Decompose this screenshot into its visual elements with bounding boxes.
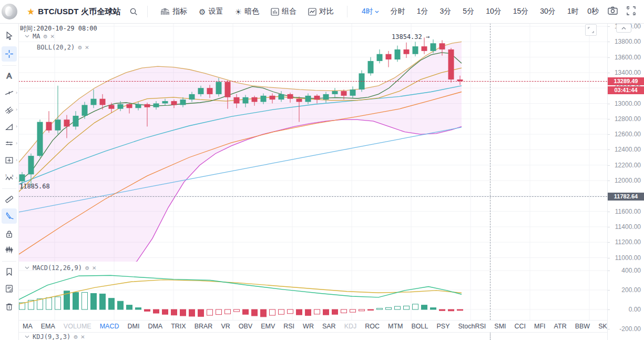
candle-body bbox=[82, 105, 88, 116]
axis-label: 400.00 bbox=[621, 267, 641, 274]
tab-stochrsi[interactable]: StochRSI bbox=[454, 323, 490, 330]
symbol-title[interactable]: BTC/USDT 火币全球站 bbox=[38, 7, 121, 17]
tool-brush[interactable] bbox=[2, 208, 17, 224]
timeframe-1分[interactable]: 1分 bbox=[411, 7, 434, 16]
macd-settings-icon[interactable]: ⚙ bbox=[85, 264, 89, 272]
chevron-down-icon[interactable] bbox=[25, 266, 29, 269]
tab-bbw[interactable]: BBW bbox=[571, 323, 594, 330]
tool-lock[interactable] bbox=[2, 226, 17, 242]
timeframe-3分[interactable]: 3分 bbox=[434, 7, 457, 16]
trading-chart-window: ★ BTC/USDT 火币全球站 指标 ⚙ 设置 ☀ 暗色 bbox=[0, 0, 644, 340]
crosshair-horizontal-line bbox=[18, 196, 607, 197]
tab-brar[interactable]: BRAR bbox=[190, 323, 217, 330]
tab-macd[interactable]: MACD bbox=[96, 323, 124, 330]
pitchfork-icon bbox=[4, 105, 14, 115]
macd-bar bbox=[118, 301, 124, 309]
tab-wr[interactable]: WR bbox=[299, 323, 318, 330]
candle-body bbox=[145, 104, 150, 107]
timeframe-5分[interactable]: 5分 bbox=[457, 7, 480, 16]
candle-body bbox=[386, 54, 392, 59]
macd-bar bbox=[234, 309, 240, 312]
tab-rsi[interactable]: RSI bbox=[279, 323, 299, 330]
macd-histogram bbox=[19, 291, 463, 317]
timeframe-15分[interactable]: 15分 bbox=[507, 7, 535, 16]
timeframe-1时[interactable]: 1时 bbox=[561, 7, 585, 16]
tool-order-note[interactable] bbox=[2, 281, 17, 296]
boll-close-icon[interactable]: × bbox=[85, 43, 89, 51]
chevron-down-icon[interactable] bbox=[25, 335, 29, 338]
tab-roc[interactable]: ROC bbox=[361, 323, 384, 330]
tab-dma[interactable]: DMA bbox=[144, 323, 167, 330]
candle-body bbox=[118, 104, 124, 109]
pane-maximize-button[interactable] bbox=[585, 24, 597, 36]
tab-mtm[interactable]: MTM bbox=[384, 323, 407, 330]
layout-button[interactable]: 组合 bbox=[271, 7, 297, 16]
chevron-down-icon[interactable] bbox=[25, 35, 29, 38]
timeframe-分时[interactable]: 分时 bbox=[385, 7, 411, 16]
tab-sar[interactable]: SAR bbox=[318, 323, 340, 330]
ma-close-icon[interactable]: × bbox=[50, 32, 55, 40]
macd-close-icon[interactable]: × bbox=[92, 264, 96, 272]
timeframe-10分[interactable]: 10分 bbox=[480, 7, 507, 16]
candle-body bbox=[377, 54, 383, 61]
settings-button[interactable]: ⚙ 设置 bbox=[199, 7, 223, 16]
main-candle-pane[interactable] bbox=[18, 23, 607, 262]
candle-body bbox=[448, 49, 454, 79]
layout-label: 组合 bbox=[282, 7, 297, 16]
price-axis[interactable]: 14000.0013800.0013600.0013400.0013200.00… bbox=[607, 23, 644, 340]
timeframe-30分[interactable]: 30分 bbox=[534, 7, 561, 16]
tool-crosshair[interactable] bbox=[2, 46, 17, 62]
tab-trix[interactable]: TRIX bbox=[167, 323, 190, 330]
svg-text:3: 3 bbox=[12, 174, 13, 177]
tab-kdj[interactable]: KDJ bbox=[340, 323, 361, 330]
tool-text[interactable]: A bbox=[2, 68, 17, 84]
axis-collapse-button[interactable] bbox=[616, 24, 631, 33]
tool-parallel-lines[interactable]: › bbox=[2, 136, 17, 151]
tool-rectangle[interactable]: › bbox=[2, 153, 17, 168]
tab-atr[interactable]: ATR bbox=[550, 323, 571, 330]
ma-settings-icon[interactable]: ⚙ bbox=[43, 33, 47, 40]
tab-cci[interactable]: CCI bbox=[510, 323, 530, 330]
tool-ruler[interactable] bbox=[2, 192, 17, 207]
candle-body bbox=[136, 104, 141, 108]
theme-toggle-button[interactable]: ☀ 暗色 bbox=[235, 7, 259, 16]
tool-bookmark[interactable] bbox=[2, 264, 17, 279]
axis-tick bbox=[608, 73, 610, 73]
screenshot-button[interactable] bbox=[608, 6, 618, 17]
tool-kline-pattern[interactable] bbox=[2, 242, 17, 257]
fullscreen-button[interactable] bbox=[627, 6, 636, 17]
tab-boll[interactable]: BOLL bbox=[407, 323, 433, 330]
compare-button[interactable]: 对比 bbox=[308, 7, 334, 16]
timeframe-4时[interactable]: 4时 bbox=[356, 7, 385, 16]
tab-vr[interactable]: VR bbox=[217, 323, 234, 330]
tool-cursor[interactable] bbox=[2, 28, 17, 44]
tab-emv[interactable]: EMV bbox=[257, 323, 279, 330]
kdj-settings-icon[interactable]: ⚙ bbox=[74, 333, 77, 340]
tool-triangle[interactable]: › bbox=[2, 119, 17, 134]
tab-psy[interactable]: PSY bbox=[432, 323, 454, 330]
camera-icon bbox=[608, 6, 618, 15]
search-button[interactable] bbox=[129, 7, 138, 16]
tool-pitchfork[interactable]: › bbox=[2, 102, 17, 117]
macd-bar bbox=[91, 293, 97, 309]
favorite-star-icon[interactable]: ★ bbox=[27, 6, 35, 17]
tool-trend-line[interactable]: › bbox=[2, 85, 17, 101]
tab-smi[interactable]: SMI bbox=[490, 323, 510, 330]
kdj-close-icon[interactable]: × bbox=[80, 333, 85, 340]
ruler-icon bbox=[4, 194, 14, 204]
tab-ma[interactable]: MA bbox=[18, 323, 37, 330]
indicators-button[interactable]: 指标 bbox=[161, 7, 187, 16]
axis-tick bbox=[608, 57, 610, 58]
boll-settings-icon[interactable]: ⚙ bbox=[78, 44, 81, 51]
tab-volume[interactable]: VOLUME bbox=[59, 323, 96, 330]
tab-obv[interactable]: OBV bbox=[234, 323, 257, 330]
axis-tick bbox=[608, 329, 610, 329]
indicators-label: 指标 bbox=[172, 7, 187, 16]
tool-wave[interactable]: 1 3 › bbox=[2, 171, 17, 186]
tab-ema[interactable]: EMA bbox=[37, 323, 59, 330]
tab-skdj[interactable]: SKDJ bbox=[594, 323, 607, 330]
tab-dmi[interactable]: DMI bbox=[123, 323, 144, 330]
tool-trash[interactable] bbox=[2, 299, 17, 314]
tab-mfi[interactable]: MFI bbox=[530, 323, 550, 330]
macd-pane[interactable] bbox=[18, 262, 607, 320]
